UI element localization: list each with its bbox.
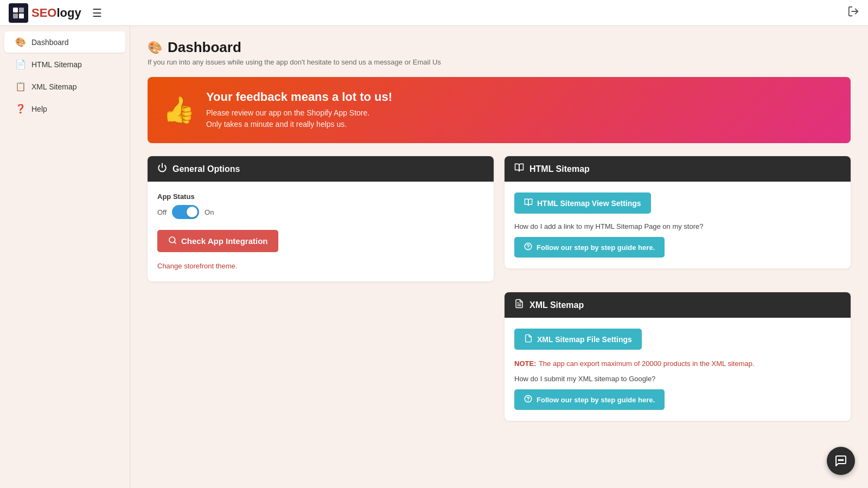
html-sitemap-icon: 📄 <box>15 59 26 69</box>
xml-guide-label: Follow our step by step guide here. <box>537 396 655 404</box>
general-options-body: App Status Off On <box>148 182 494 281</box>
sidebar-item-label: HTML Sitemap <box>31 60 82 69</box>
main-content: 🎨 Dashboard If you run into any issues w… <box>130 26 868 488</box>
logout-icon[interactable] <box>847 5 859 20</box>
sidebar-item-label: Help <box>31 105 47 113</box>
svg-rect-1 <box>19 8 24 12</box>
banner-text: Your feedback means a lot to us! Please … <box>206 90 392 130</box>
html-sitemap-settings-label: HTML Sitemap View Settings <box>537 199 641 208</box>
check-integration-label: Check App Integration <box>181 236 267 246</box>
toggle-row: Off On <box>157 205 484 219</box>
help-icon: ❓ <box>15 104 26 114</box>
banner-body: Please review our app on the Shopify App… <box>206 107 392 130</box>
general-options-title: General Options <box>173 164 240 174</box>
xml-question: How do I submit my XML sitemap to Google… <box>514 375 841 383</box>
toggle-off-label: Off <box>157 208 167 216</box>
xml-guide-button[interactable]: Follow our step by step guide here. <box>514 389 665 410</box>
check-integration-button[interactable]: Check App Integration <box>157 230 278 252</box>
page-title-icon: 🎨 <box>148 41 162 55</box>
svg-line-7 <box>174 242 176 243</box>
guide-icon <box>524 242 532 252</box>
feedback-banner: 👍 Your feedback means a lot to us! Pleas… <box>148 77 851 143</box>
xml-sitemap-settings-label: XML Sitemap File Settings <box>537 335 632 344</box>
html-guide-label: Follow our step by step guide here. <box>537 243 655 252</box>
svg-rect-0 <box>13 8 18 12</box>
page-header: 🎨 Dashboard <box>148 39 851 56</box>
general-options-card: General Options App Status Off On <box>148 156 494 281</box>
sidebar-item-help[interactable]: ❓ Help <box>4 98 125 119</box>
sidebar-item-label: XML Sitemap <box>31 82 77 91</box>
note-label: NOTE: <box>514 359 536 368</box>
xml-sitemap-title: XML Sitemap <box>529 300 584 310</box>
page-title: Dashboard <box>168 39 241 56</box>
app-status-label: App Status <box>157 192 484 201</box>
xml-sitemap-icon: 📋 <box>15 81 26 92</box>
xml-settings-icon <box>524 334 533 344</box>
html-sitemap-settings-button[interactable]: HTML Sitemap View Settings <box>514 192 651 214</box>
xml-sitemap-header: XML Sitemap <box>505 292 851 318</box>
search-icon <box>168 236 177 246</box>
xml-icon <box>514 299 524 311</box>
book-icon <box>514 163 524 175</box>
html-sitemap-card: HTML Sitemap HTML Sitemap View Settings … <box>505 156 851 268</box>
sidebar: 🎨 Dashboard 📄 HTML Sitemap 📋 XML Sitemap… <box>0 26 130 488</box>
toggle-thumb <box>187 207 197 217</box>
xml-note: NOTE: The app can export maximum of 2000… <box>514 358 841 368</box>
topbar-left: SEOlogy ☰ <box>9 3 106 23</box>
power-icon <box>157 163 167 175</box>
xml-sitemap-body: XML Sitemap File Settings NOTE: The app … <box>505 318 851 421</box>
svg-point-16 <box>843 460 844 461</box>
xml-sitemap-settings-button[interactable]: XML Sitemap File Settings <box>514 329 642 350</box>
logo-icon <box>9 3 28 23</box>
app-status-toggle[interactable] <box>172 205 199 219</box>
note-text: The app can export maximum of 20000 prod… <box>539 359 755 368</box>
sidebar-item-html-sitemap[interactable]: 📄 HTML Sitemap <box>4 54 125 75</box>
svg-point-14 <box>839 460 840 461</box>
html-sitemap-title: HTML Sitemap <box>529 164 590 174</box>
sidebar-item-label: Dashboard <box>31 38 69 47</box>
toggle-on-label: On <box>205 208 214 216</box>
change-theme-link[interactable]: Change storefront theme. <box>157 262 237 270</box>
topbar: SEOlogy ☰ <box>0 0 868 26</box>
thumbs-up-icon: 👍 <box>163 97 195 123</box>
logo-text: SEOlogy <box>31 6 81 20</box>
xml-sitemap-card: XML Sitemap XML Sitemap File Settings NO… <box>505 292 851 421</box>
sidebar-item-dashboard[interactable]: 🎨 Dashboard <box>4 31 125 53</box>
topbar-right <box>847 5 859 20</box>
html-sitemap-question: How do I add a link to my HTML Sitemap P… <box>514 222 841 230</box>
html-sitemap-body: HTML Sitemap View Settings How do I add … <box>505 182 851 268</box>
cards-grid: General Options App Status Off On <box>148 156 851 421</box>
html-sitemap-guide-button[interactable]: Follow our step by step guide here. <box>514 237 665 258</box>
xml-guide-icon <box>524 395 532 404</box>
general-options-header: General Options <box>148 156 494 182</box>
sidebar-item-xml-sitemap[interactable]: 📋 XML Sitemap <box>4 76 125 97</box>
dashboard-icon: 🎨 <box>15 37 26 47</box>
svg-point-15 <box>840 460 841 461</box>
book-settings-icon <box>524 198 533 208</box>
logo[interactable]: SEOlogy <box>9 3 81 23</box>
hamburger-button[interactable]: ☰ <box>88 4 106 22</box>
chat-bubble[interactable] <box>827 447 855 475</box>
html-sitemap-header: HTML Sitemap <box>505 156 851 182</box>
svg-rect-2 <box>13 14 18 18</box>
page-subtitle: If you run into any issues while using t… <box>148 58 851 66</box>
svg-rect-3 <box>19 14 24 18</box>
banner-heading: Your feedback means a lot to us! <box>206 90 392 104</box>
